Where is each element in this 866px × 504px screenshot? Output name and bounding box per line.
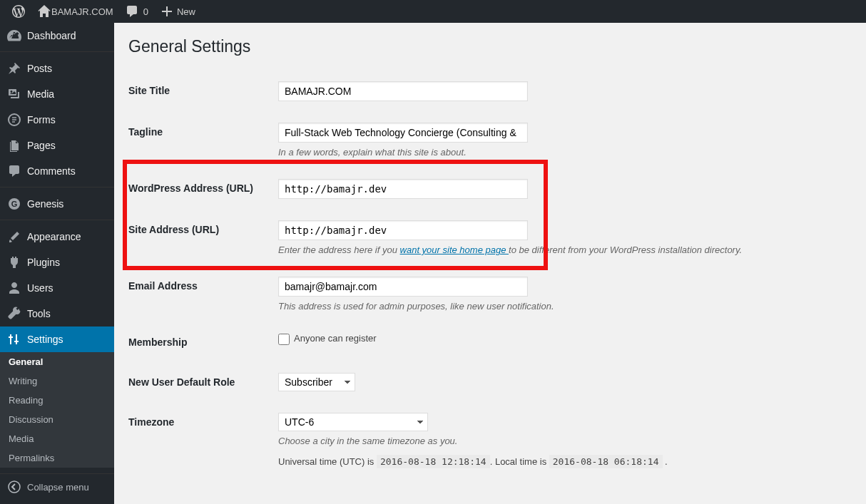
settings-form: Site Title Tagline In a few words, expla…: [128, 71, 852, 478]
svg-text:G: G: [11, 200, 18, 208]
comments-link[interactable]: 0: [119, 0, 154, 23]
plus-icon: [160, 4, 174, 19]
menu-separator: [0, 217, 114, 220]
sidebar-item-comments[interactable]: Comments: [0, 158, 114, 184]
site-title-input[interactable]: [278, 81, 528, 101]
sidebar-label: Pages: [27, 140, 56, 151]
collapse-icon: [7, 480, 21, 494]
svg-point-3: [9, 481, 20, 493]
sidebar-label: Appearance: [27, 231, 81, 242]
sidebar-item-dashboard[interactable]: Dashboard: [0, 23, 114, 48]
comments-count: 0: [143, 6, 148, 17]
sidebar-item-media[interactable]: Media: [0, 81, 114, 107]
dashboard-icon: [7, 29, 21, 43]
collapse-label: Collapse menu: [27, 482, 89, 493]
sidebar-item-settings[interactable]: Settings: [0, 326, 114, 352]
sidebar-item-posts[interactable]: Posts: [0, 56, 114, 81]
tagline-label: Tagline: [128, 112, 271, 168]
timezone-info: Universal time (UTC) is 2016-08-18 12:18…: [278, 456, 845, 467]
forms-icon: [7, 113, 21, 127]
page-title: General Settings: [128, 37, 852, 56]
sidebar-label: Plugins: [27, 257, 60, 268]
submenu-discussion[interactable]: Discussion: [0, 410, 114, 429]
wp-url-label: WordPress Address (URL): [128, 168, 271, 210]
site-url-label: Site Address (URL): [128, 210, 271, 266]
sliders-icon: [7, 332, 21, 346]
timezone-label: Timezone: [128, 402, 271, 478]
admin-sidebar: Dashboard Posts Media Forms Pages Commen…: [0, 23, 114, 504]
email-desc: This address is used for admin purposes,…: [278, 301, 845, 312]
wordpress-icon: [11, 4, 26, 19]
sidebar-item-tools[interactable]: Tools: [0, 301, 114, 326]
sidebar-label: Media: [27, 88, 54, 100]
submenu-writing[interactable]: Writing: [0, 371, 114, 391]
new-content-link[interactable]: New: [154, 0, 201, 23]
brush-icon: [7, 230, 21, 244]
wrench-icon: [7, 307, 21, 321]
sidebar-item-appearance[interactable]: Appearance: [0, 224, 114, 250]
plugin-icon: [7, 255, 21, 269]
site-url-input[interactable]: [278, 220, 528, 240]
membership-label: Membership: [128, 322, 271, 362]
default-role-select[interactable]: Subscriber: [278, 373, 355, 391]
comments-icon: [125, 4, 139, 19]
sidebar-label: Posts: [27, 63, 52, 74]
sidebar-label: Genesis: [27, 198, 63, 210]
submenu-permalinks[interactable]: Permalinks: [0, 448, 114, 468]
sidebar-label: Users: [27, 282, 54, 294]
site-name-text: BAMAJR.COM: [51, 6, 113, 17]
comment-icon: [7, 164, 21, 178]
user-icon: [7, 281, 21, 295]
wp-logo[interactable]: [6, 0, 31, 23]
wp-url-input[interactable]: [278, 179, 528, 199]
main-content: General Settings Site Title Tagline In a…: [114, 23, 866, 504]
tagline-desc: In a few words, explain what this site i…: [278, 147, 845, 158]
admin-bar: BAMAJR.COM 0 New: [0, 0, 866, 23]
media-icon: [7, 87, 21, 101]
sidebar-label: Forms: [27, 114, 56, 125]
sidebar-item-plugins[interactable]: Plugins: [0, 250, 114, 275]
genesis-icon: G: [7, 197, 21, 211]
email-label: Email Address: [128, 266, 271, 322]
membership-checkbox[interactable]: [278, 334, 290, 345]
utc-time: 2016-08-18 12:18:14: [377, 455, 490, 468]
new-label: New: [177, 6, 195, 17]
email-input[interactable]: [278, 277, 528, 297]
submenu-general[interactable]: General: [0, 352, 114, 371]
site-url-help-link[interactable]: want your site home page: [400, 245, 509, 255]
sidebar-item-pages[interactable]: Pages: [0, 133, 114, 158]
collapse-menu[interactable]: Collapse menu: [0, 473, 114, 500]
membership-checkbox-label[interactable]: Anyone can register: [278, 333, 377, 344]
timezone-desc: Choose a city in the same timezone as yo…: [278, 436, 845, 446]
menu-separator: [0, 48, 114, 52]
sidebar-item-forms[interactable]: Forms: [0, 107, 114, 133]
sidebar-item-genesis[interactable]: G Genesis: [0, 191, 114, 217]
sidebar-label: Comments: [27, 165, 76, 177]
sidebar-item-users[interactable]: Users: [0, 275, 114, 301]
site-url-desc: Enter the address here if you want your …: [278, 245, 845, 255]
home-icon: [37, 4, 51, 19]
timezone-select[interactable]: UTC-6: [278, 413, 428, 431]
default-role-label: New User Default Role: [128, 362, 271, 402]
local-time: 2016-08-18 06:18:14: [549, 455, 663, 468]
pin-icon: [7, 61, 21, 76]
site-title-label: Site Title: [128, 71, 271, 112]
sidebar-label: Settings: [27, 334, 63, 345]
site-name-link[interactable]: BAMAJR.COM: [31, 0, 119, 23]
tagline-input[interactable]: [278, 123, 528, 143]
menu-separator: [0, 184, 114, 187]
submenu-reading[interactable]: Reading: [0, 391, 114, 410]
submenu-media[interactable]: Media: [0, 429, 114, 448]
pages-icon: [7, 138, 21, 153]
settings-submenu: General Writing Reading Discussion Media…: [0, 352, 114, 468]
sidebar-label: Dashboard: [27, 30, 76, 41]
sidebar-label: Tools: [27, 308, 51, 319]
